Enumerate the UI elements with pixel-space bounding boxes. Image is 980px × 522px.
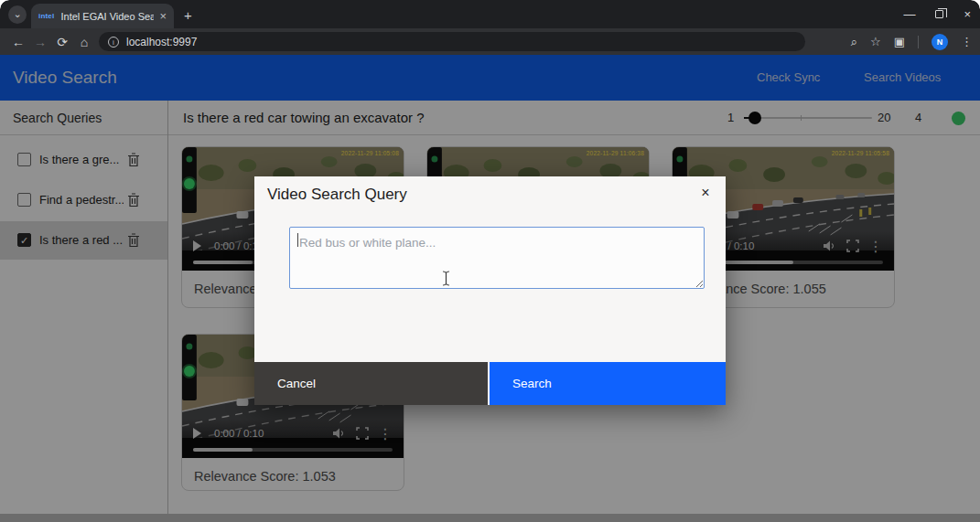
video-search-query-modal: Video Search Query × Cancel Search xyxy=(254,176,726,405)
tab-close-icon[interactable]: × xyxy=(159,9,167,23)
tab-search-chevron-icon[interactable]: ⌄ xyxy=(8,5,27,24)
zoom-magnifier-icon[interactable]: ⌕ xyxy=(851,35,857,49)
window-close-icon[interactable]: × xyxy=(964,7,971,21)
restore-icon[interactable] xyxy=(935,10,943,18)
browser-tab-strip: ⌄ intel Intel EGAI Video Search × + — × xyxy=(0,0,980,28)
text-caret xyxy=(297,233,298,247)
window-controls: — × xyxy=(903,0,971,28)
bookmark-star-icon[interactable]: ☆ xyxy=(870,35,881,48)
browser-window: ⌄ intel Intel EGAI Video Search × + — × … xyxy=(0,0,980,522)
query-input[interactable] xyxy=(289,227,705,289)
cancel-button[interactable]: Cancel xyxy=(254,362,488,405)
minimize-icon[interactable]: — xyxy=(903,7,915,21)
url-text: localhost:9997 xyxy=(126,36,197,48)
browser-tab[interactable]: intel Intel EGAI Video Search × xyxy=(31,4,174,28)
modal-close-icon[interactable]: × xyxy=(695,182,716,204)
intel-favicon-icon: intel xyxy=(38,12,54,20)
new-tab-button[interactable]: + xyxy=(184,7,192,23)
home-icon[interactable]: ⌂ xyxy=(73,35,95,49)
mouse-ibeam-cursor xyxy=(442,271,450,286)
reload-icon[interactable]: ⟳ xyxy=(51,35,73,49)
modal-title: Video Search Query xyxy=(267,186,407,204)
profile-avatar[interactable]: N xyxy=(932,34,948,50)
url-bar[interactable]: i localhost:9997 xyxy=(99,32,805,51)
modal-search-button[interactable]: Search xyxy=(490,362,726,405)
toolbar-separator xyxy=(918,36,919,48)
tab-title: Intel EGAI Video Search xyxy=(60,11,154,22)
video-search-page: Video Search Check Sync Search Videos Se… xyxy=(0,55,980,522)
browser-menu-icon[interactable]: ⋮ xyxy=(961,35,973,48)
toolbar-right-icons: ⌕ ☆ ▣ N ⋮ xyxy=(851,28,973,55)
extensions-icon[interactable]: ▣ xyxy=(894,35,905,48)
back-icon[interactable]: ← xyxy=(7,35,29,49)
forward-icon[interactable]: → xyxy=(29,35,51,49)
site-info-icon[interactable]: i xyxy=(108,37,119,48)
